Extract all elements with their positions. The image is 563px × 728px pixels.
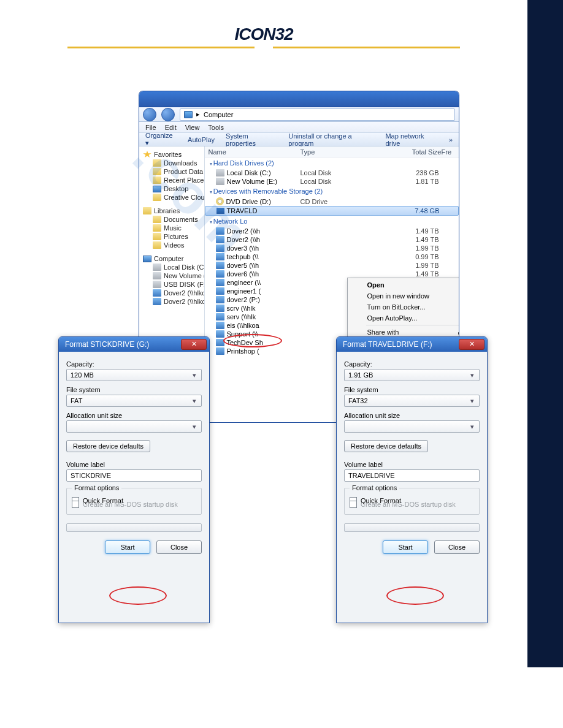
usb-icon (216, 208, 224, 214)
volume-label-input[interactable]: TRAVELDRIVE (344, 469, 480, 482)
folder-icon (153, 233, 161, 240)
alloc-select[interactable]: ▾ (344, 420, 480, 433)
chevron-down-icon: ▾ (190, 371, 199, 379)
start-button[interactable]: Start (383, 540, 428, 554)
nav-computer[interactable]: Computer (139, 254, 204, 263)
nav-item-recent[interactable]: Recent Places (139, 176, 204, 184)
col-size[interactable]: Total Size (380, 148, 442, 156)
nav-forward-button[interactable] (161, 108, 175, 121)
capacity-select[interactable]: 1.91 GB▾ (344, 369, 480, 381)
capacity-label: Capacity: (66, 360, 202, 368)
disk-icon (216, 169, 224, 176)
ctx-open-in-new-window[interactable]: Open in new window (349, 290, 459, 301)
group-removable[interactable]: Devices with Removable Storage (2) (205, 186, 459, 197)
ctx-open-autoplay[interactable]: Open AutoPlay... (349, 313, 459, 324)
desktop-icon (153, 186, 161, 192)
tb-more[interactable]: » (449, 136, 453, 143)
nav-item-creativecloud[interactable]: Creative Cloud Files (139, 193, 204, 202)
nav-item-usbdisk-f[interactable]: USB DISK (F:) (139, 280, 204, 289)
restore-defaults-button[interactable]: Restore device defaults (66, 440, 150, 452)
submenu-arrow-icon (458, 328, 459, 336)
col-type[interactable]: Type (301, 148, 380, 156)
tb-sysprop[interactable]: System properties (226, 132, 277, 147)
netdrive-icon (216, 287, 224, 295)
format-dialog-traveldrive: Format TRAVELDRIVE (F:) ✕ Capacity: 1.91… (336, 336, 488, 623)
format-title: Format STICKDRIVE (G:) (65, 340, 149, 349)
nav-item-newvolume-e[interactable]: New Volume (E:) (139, 271, 204, 280)
filesystem-select[interactable]: FAT32▾ (344, 395, 480, 407)
alloc-select[interactable]: ▾ (66, 420, 202, 433)
nav-libraries[interactable]: Libraries (139, 207, 204, 215)
nav-item-localdisk-c[interactable]: Local Disk (C:) (139, 263, 204, 271)
col-name[interactable]: Name (209, 148, 301, 156)
group-network[interactable]: Network Lo (205, 216, 459, 227)
netdrive-icon (216, 313, 224, 320)
folder-icon (153, 176, 161, 184)
menu-tools[interactable]: Tools (208, 124, 224, 131)
nav-item-desktop[interactable]: Desktop (139, 184, 204, 193)
drive-network[interactable]: Dover2 (\\h1.49 TB (205, 235, 459, 244)
cd-icon (216, 197, 224, 205)
restore-defaults-button[interactable]: Restore device defaults (344, 440, 428, 452)
volume-label-input[interactable]: STICKDRIVE (66, 469, 202, 482)
nav-item-dover2-h[interactable]: Dover2 (\\hlkoas01) (H: (139, 297, 204, 306)
tb-organize[interactable]: Organize ▾ (145, 132, 177, 147)
nav-item-productdata[interactable]: Product Data (139, 167, 204, 176)
drive-newvolume-e[interactable]: New Volume (E:) Local Disk 1.81 TB (205, 177, 459, 186)
nav-item-dover2-g[interactable]: Dover2 (\\hlkoas01) (G: (139, 289, 204, 297)
format-options-label: Format options (72, 484, 121, 491)
drive-traveldrive[interactable]: TRAVELD 7.48 GB (205, 206, 459, 216)
computer-icon (143, 256, 151, 262)
drive-dvd[interactable]: DVD Drive (D:) CD Drive (205, 197, 459, 206)
nav-item-videos[interactable]: Videos (139, 241, 204, 249)
nav-back-button[interactable] (143, 108, 156, 121)
alloc-label: Allocation unit size (66, 412, 202, 419)
nav-item-downloads[interactable]: Downloads (139, 159, 204, 167)
close-button[interactable]: ✕ (181, 339, 207, 350)
format-titlebar[interactable]: Format TRAVELDRIVE (F:) ✕ (337, 337, 487, 352)
format-dialog-stickdrive: Format STICKDRIVE (G:) ✕ Capacity: 120 M… (58, 336, 210, 623)
filesystem-label: File system (66, 386, 202, 393)
netdrive-icon (216, 270, 224, 278)
nav-item-pictures[interactable]: Pictures (139, 232, 204, 241)
volume-label-label: Volume label (66, 461, 202, 468)
menu-view[interactable]: View (185, 124, 200, 131)
drive-network[interactable]: Dover2 (\\h1.49 TB (205, 227, 459, 235)
netdrive-icon (216, 253, 224, 260)
filesystem-select[interactable]: FAT▾ (66, 395, 202, 407)
address-bar[interactable]: ▸ Computer (180, 108, 455, 121)
netdrive-icon (216, 227, 224, 235)
tb-mapdrive[interactable]: Map network drive (385, 132, 437, 147)
disk-icon (216, 178, 224, 185)
tb-autoplay[interactable]: AutoPlay (188, 136, 215, 143)
tb-uninstall[interactable]: Uninstall or change a program (288, 132, 374, 147)
drive-network[interactable]: dover5 (\\h1.99 TB (205, 261, 459, 270)
drive-local-c[interactable]: Local Disk (C:) Local Disk 238 GB (205, 169, 459, 177)
nav-favorites[interactable]: Favorites (139, 150, 204, 159)
start-button[interactable]: Start (105, 540, 150, 554)
ctx-open[interactable]: Open (349, 279, 459, 290)
drive-network[interactable]: dover3 (\\h1.99 TB (205, 244, 459, 252)
format-titlebar[interactable]: Format STICKDRIVE (G:) ✕ (59, 337, 209, 352)
menu-edit[interactable]: Edit (165, 124, 177, 131)
nav-item-music[interactable]: Music (139, 224, 204, 232)
close-button[interactable]: Close (434, 540, 480, 554)
format-options-group: Format options Quick Format Create an MS… (344, 488, 480, 515)
col-free[interactable]: Fre (442, 148, 456, 156)
capacity-select[interactable]: 120 MB▾ (66, 369, 202, 381)
group-hdd[interactable]: Hard Disk Drives (2) (205, 157, 459, 169)
column-headers[interactable]: Name Type Total Size Fre (205, 146, 459, 157)
address-bar-row: ▸ Computer (139, 107, 459, 122)
menu-bar[interactable]: File Edit View Tools (139, 122, 459, 133)
menu-file[interactable]: File (145, 124, 156, 131)
drive-network[interactable]: techpub (\\0.99 TB (205, 252, 459, 261)
ctx-turn-on-bitlocker[interactable]: Turn on BitLocker... (349, 301, 459, 313)
close-button[interactable]: Close (156, 540, 202, 554)
format-options-label: Format options (350, 484, 399, 491)
close-button[interactable]: ✕ (459, 339, 484, 350)
libraries-icon (143, 207, 151, 214)
drive-network[interactable]: dover6 (\\h1.49 TB (205, 270, 459, 278)
netdrive-icon (216, 339, 224, 346)
disk-icon (153, 281, 161, 288)
nav-item-documents[interactable]: Documents (139, 215, 204, 224)
